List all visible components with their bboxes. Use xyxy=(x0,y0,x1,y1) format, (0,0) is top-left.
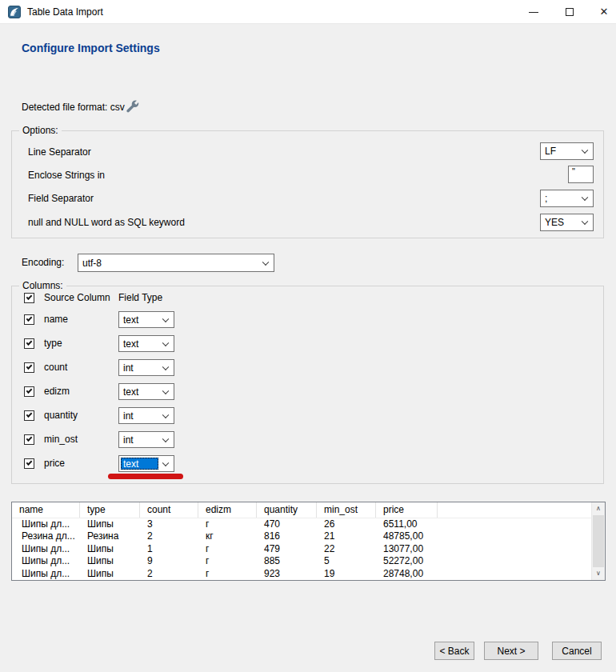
encoding-label: Encoding: xyxy=(22,257,64,268)
table-data-import-dialog: Table Data Import ✕ Configure Import Set… xyxy=(0,0,616,672)
vertical-scrollbar[interactable]: ∧ ∨ xyxy=(591,502,605,580)
field-type-header: Field Type xyxy=(118,292,162,303)
select-value-selected: text xyxy=(121,458,158,470)
field-separator-select[interactable]: ; xyxy=(540,190,594,207)
cell: 470 xyxy=(257,518,317,530)
cell: Резина дл... xyxy=(12,530,80,542)
column-label-name: name xyxy=(44,314,68,325)
cell: Шипы xyxy=(80,568,140,580)
chevron-down-icon xyxy=(162,315,169,322)
field-type-select-type[interactable]: text xyxy=(118,335,174,352)
scrollbar-thumb[interactable] xyxy=(593,515,604,567)
cell: 48785,00 xyxy=(376,530,438,542)
column-checkbox-quantity[interactable] xyxy=(24,410,34,421)
select-all-columns-checkbox[interactable] xyxy=(24,293,34,303)
cell: 5 xyxy=(317,555,376,567)
cell: 9 xyxy=(140,555,198,567)
select-value: YES xyxy=(545,217,564,228)
select-value: ; xyxy=(545,193,547,204)
options-legend: Options: xyxy=(19,125,62,136)
maximize-button[interactable] xyxy=(558,0,582,24)
cell: Резина xyxy=(80,530,140,542)
columns-group: Columns: xyxy=(11,286,604,484)
field-type-select-name[interactable]: text xyxy=(118,311,174,328)
table-header-count: count xyxy=(140,502,198,518)
select-value: int xyxy=(123,410,134,422)
column-checkbox-edizm[interactable] xyxy=(24,386,34,397)
select-value: utf-8 xyxy=(82,258,102,269)
chevron-down-icon xyxy=(582,218,588,225)
cell: 28748,00 xyxy=(376,568,438,580)
cell: г xyxy=(198,555,257,567)
scroll-up-icon[interactable]: ∧ xyxy=(592,502,605,515)
maximize-icon xyxy=(566,8,574,16)
table-header-price: price xyxy=(376,502,438,518)
table-row: Резина дл... Резина 2 кг 816 21 48785,00 xyxy=(12,530,605,542)
back-button[interactable]: < Back xyxy=(434,642,474,660)
close-icon: ✕ xyxy=(592,0,616,24)
checkmark-icon xyxy=(26,435,33,442)
cell: Шипы дл... xyxy=(12,568,80,580)
minimize-button[interactable] xyxy=(522,0,546,24)
preview-table: name type count edizm quantity min_ost p… xyxy=(11,502,606,581)
table-row: Шипы дл... Шипы 1 г 479 22 13077,00 xyxy=(12,543,605,555)
cell: 26 xyxy=(317,518,376,530)
table-row: Шипы дл... Шипы 3 г 470 26 6511,00 xyxy=(12,518,605,530)
cell: 479 xyxy=(257,543,317,555)
table-header-name: name xyxy=(12,502,80,518)
columns-legend: Columns: xyxy=(19,280,66,291)
chevron-down-icon xyxy=(162,411,169,418)
select-value: LF xyxy=(545,146,556,157)
column-checkbox-count[interactable] xyxy=(24,362,34,373)
source-column-header: Source Column xyxy=(44,292,110,303)
checkmark-icon xyxy=(26,315,33,322)
cell: 22 xyxy=(317,543,376,555)
cell: г xyxy=(198,518,257,530)
cell: г xyxy=(198,568,257,580)
field-type-select-count[interactable]: int xyxy=(118,359,174,376)
null-keyword-label: null and NULL word as SQL keyword xyxy=(28,217,185,228)
next-button[interactable]: Next > xyxy=(484,642,538,660)
table-header-row: name type count edizm quantity min_ost p… xyxy=(12,502,605,518)
null-keyword-select[interactable]: YES xyxy=(540,214,594,231)
checkmark-icon xyxy=(26,363,33,370)
column-checkbox-name[interactable] xyxy=(24,314,34,325)
column-label-quantity: quantity xyxy=(44,410,78,421)
cell: 1 xyxy=(140,543,198,555)
chevron-down-icon xyxy=(162,387,169,394)
column-label-price: price xyxy=(44,458,65,469)
field-type-select-quantity[interactable]: int xyxy=(118,407,174,424)
column-label-type: type xyxy=(44,338,62,349)
field-type-select-min-ost[interactable]: int xyxy=(118,431,174,448)
line-separator-label: Line Separator xyxy=(28,146,91,158)
scroll-down-icon[interactable]: ∨ xyxy=(592,567,605,580)
chevron-down-icon xyxy=(582,194,588,201)
cell: кг xyxy=(198,530,257,542)
cancel-button[interactable]: Cancel xyxy=(552,642,602,660)
chevron-down-icon xyxy=(582,147,588,154)
cell: 885 xyxy=(257,555,317,567)
chevron-down-icon xyxy=(162,363,169,370)
field-type-select-price[interactable]: text xyxy=(118,455,174,472)
detected-format-label: Detected file format: csv xyxy=(22,102,125,113)
wrench-icon[interactable] xyxy=(125,99,139,114)
column-checkbox-type[interactable] xyxy=(24,338,34,349)
cell: 2 xyxy=(140,568,198,580)
line-separator-select[interactable]: LF xyxy=(540,142,594,160)
chevron-down-icon xyxy=(162,339,169,346)
checkmark-icon xyxy=(26,459,33,466)
cell: Шипы xyxy=(80,555,140,567)
checkmark-icon xyxy=(26,411,33,418)
chevron-down-icon xyxy=(262,258,269,265)
annotation-red-underline xyxy=(108,474,183,479)
table-header-quantity: quantity xyxy=(257,502,317,518)
checkmark-icon xyxy=(26,339,33,346)
enclose-strings-input[interactable] xyxy=(568,166,594,183)
column-checkbox-price[interactable] xyxy=(24,458,34,469)
field-type-select-edizm[interactable]: text xyxy=(118,383,174,400)
close-button[interactable]: ✕ xyxy=(592,0,616,24)
column-checkbox-min-ost[interactable] xyxy=(24,434,34,445)
select-value: int xyxy=(123,362,134,374)
cell: г xyxy=(198,543,257,555)
encoding-select[interactable]: utf-8 xyxy=(78,254,274,272)
